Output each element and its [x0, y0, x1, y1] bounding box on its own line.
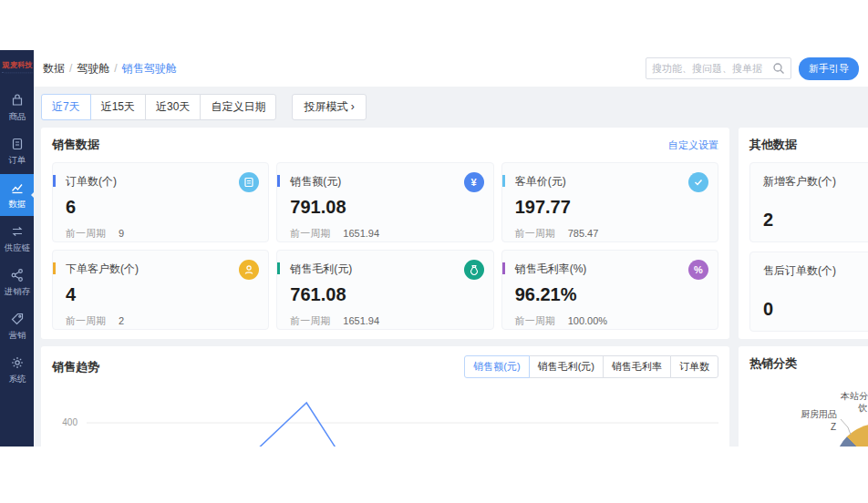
pie-label: 厨房用品	[801, 409, 837, 419]
panel-title: 其他数据	[749, 137, 797, 153]
search-input[interactable]	[652, 63, 772, 74]
moneybag-icon	[464, 260, 484, 280]
search-icon[interactable]	[772, 62, 785, 75]
metric-value: 2	[763, 210, 868, 231]
metric-card-gross-profit: 销售毛利(元) 761.08 前一周期1651.94	[276, 250, 493, 330]
metric-card-new-customers: 新增客户数(个) 2	[749, 162, 868, 242]
prev-period-label: 前一周期	[515, 315, 555, 326]
metric-value: 197.77	[515, 197, 707, 218]
prev-period-label: 前一周期	[290, 228, 330, 239]
sidebar-item-goods[interactable]: 商品	[0, 87, 34, 128]
trend-series-toggle: 销售额(元) 销售毛利(元) 销售毛利率 订单数	[464, 355, 718, 378]
hot-categories-pie-chart[interactable]	[834, 424, 868, 447]
dashboard-content: 近7天 近15天 近30天 自定义日期 投屏模式 › 销售数据 自定义设置	[34, 87, 868, 447]
sidebar-item-data[interactable]: 数据	[0, 174, 34, 216]
sidebar-item-marketing[interactable]: 营销	[0, 305, 34, 347]
metric-cards-grid: 订单数(个) 6 前一周期9 销售额(元) ¥ 791.08 前一周期1651.…	[52, 162, 718, 330]
tab-last-15-days[interactable]: 近15天	[90, 94, 146, 120]
breadcrumb-current: 销售驾驶舱	[122, 61, 177, 77]
accent-bar	[53, 175, 56, 187]
breadcrumb-item[interactable]: 数据	[43, 61, 65, 77]
accent-bar	[502, 262, 505, 274]
accent-bar	[277, 262, 280, 274]
sidebar-item-label: 供应链	[4, 241, 30, 253]
prev-period-value: 9	[119, 228, 124, 239]
tab-last-7-days[interactable]: 近7天	[41, 94, 91, 120]
accent-bar	[502, 175, 505, 187]
prev-period-label: 前一周期	[66, 315, 106, 326]
custom-settings-link[interactable]: 自定义设置	[668, 139, 718, 152]
sidebar-item-label: 订单	[8, 154, 26, 166]
breadcrumb-separator: /	[114, 62, 117, 75]
prev-period-value: 1651.94	[343, 315, 379, 326]
guide-button[interactable]: 新手引导	[799, 57, 859, 80]
percent-icon: %	[688, 260, 708, 280]
breadcrumb-item[interactable]: 驾驶舱	[77, 61, 109, 77]
sidebar-item-inventory[interactable]: 进销存	[0, 262, 34, 303]
sidebar-item-label: 营销	[8, 329, 26, 341]
metric-title: 销售额(元)	[290, 174, 481, 190]
metric-card-avg-order-value: 客单价(元) 197.77 前一周期785.47	[501, 162, 718, 242]
metric-card-order-count: 订单数(个) 6 前一周期9	[52, 162, 269, 242]
metric-card-sales-amount: 销售额(元) ¥ 791.08 前一周期1651.94	[276, 162, 493, 242]
trend-btn-gross-margin[interactable]: 销售毛利率	[603, 355, 671, 378]
y-tick-400: 400	[62, 417, 78, 427]
prev-period-value: 2	[119, 315, 124, 326]
metric-title: 售后订单数(个)	[763, 263, 868, 279]
marketing-tag-icon	[10, 312, 25, 326]
accent-bar	[53, 262, 56, 274]
company-logo: 观麦科技	[2, 60, 32, 74]
metric-card-ordering-customers: 下单客户数(个) 4 前一周期2	[52, 250, 269, 330]
sidebar-item-system[interactable]: 系统	[0, 349, 34, 391]
chart-line-icon	[10, 180, 25, 195]
bag-icon	[10, 93, 25, 108]
sidebar-item-orders[interactable]: 订单	[0, 130, 34, 172]
trend-btn-order-count[interactable]: 订单数	[670, 355, 718, 378]
metric-card-aftersale-orders: 售后订单数(个) 0	[749, 252, 868, 332]
hot-categories-panel: 热销分类 本站分类 饮 厨房用品 Z	[739, 346, 868, 447]
accent-bar	[277, 175, 280, 187]
trend-line-chart[interactable]: 400 300	[52, 384, 718, 447]
trend-btn-gross-profit[interactable]: 销售毛利(元)	[529, 355, 604, 378]
app-window: 观麦科技 商品 订单 数据 供应链 进销存 营销 系统	[0, 50, 868, 447]
system-gear-icon	[10, 355, 25, 370]
tab-last-30-days[interactable]: 近30天	[145, 94, 201, 120]
metric-value: 6	[66, 197, 257, 218]
metric-card-gross-margin: 销售毛利率(%) % 96.21% 前一周期100.00%	[501, 250, 718, 330]
sales-data-panel: 销售数据 自定义设置 订单数(个) 6 前一周期9	[41, 128, 729, 339]
supply-chain-icon	[10, 224, 25, 239]
pie-label: Z	[831, 422, 836, 432]
main-area: 数据 / 驾驶舱 / 销售驾驶舱 新手引导 近7天 近15天 近30天 自定义日…	[34, 50, 868, 447]
other-data-panel: 其他数据 新增客户数(个) 2 售后订单数(个) 0	[739, 128, 868, 339]
date-filter-row: 近7天 近15天 近30天 自定义日期 投屏模式 ›	[41, 94, 861, 120]
sidebar-item-supply-chain[interactable]: 供应链	[0, 218, 34, 260]
metric-title: 销售毛利率(%)	[515, 262, 707, 277]
metric-value: 761.08	[290, 284, 481, 305]
y-tick-300: 300	[62, 446, 78, 447]
breadcrumb-separator: /	[69, 62, 72, 75]
check-icon	[688, 172, 708, 192]
trend-btn-sales-amount[interactable]: 销售额(元)	[464, 355, 529, 378]
sidebar-item-label: 数据	[8, 198, 26, 210]
sidebar: 观麦科技 商品 订单 数据 供应链 进销存 营销 系统	[0, 50, 34, 447]
tab-custom-date[interactable]: 自定义日期	[200, 94, 276, 120]
inventory-icon	[10, 268, 25, 282]
metric-value: 0	[763, 299, 868, 320]
prev-period-value: 100.00%	[568, 315, 607, 326]
cast-mode-button[interactable]: 投屏模式 ›	[292, 94, 366, 120]
order-file-icon	[10, 137, 25, 151]
metric-title: 客单价(元)	[515, 174, 707, 190]
metric-value: 4	[66, 284, 257, 305]
pie-label: 本站分类	[840, 391, 868, 401]
metric-title: 新增客户数(个)	[763, 174, 868, 190]
metric-title: 销售毛利(元)	[290, 262, 481, 277]
sidebar-item-label: 进销存	[4, 285, 30, 297]
panel-title: 销售趋势	[52, 359, 99, 375]
panel-title: 热销分类	[749, 355, 797, 372]
prev-period-value: 785.47	[568, 228, 599, 239]
prev-period-label: 前一周期	[66, 228, 106, 239]
breadcrumb: 数据 / 驾驶舱 / 销售驾驶舱	[43, 61, 177, 77]
sales-trend-panel: 销售趋势 销售额(元) 销售毛利(元) 销售毛利率 订单数 400 300	[41, 346, 729, 447]
global-search[interactable]	[646, 57, 791, 79]
metric-title: 下单客户数(个)	[66, 262, 257, 277]
